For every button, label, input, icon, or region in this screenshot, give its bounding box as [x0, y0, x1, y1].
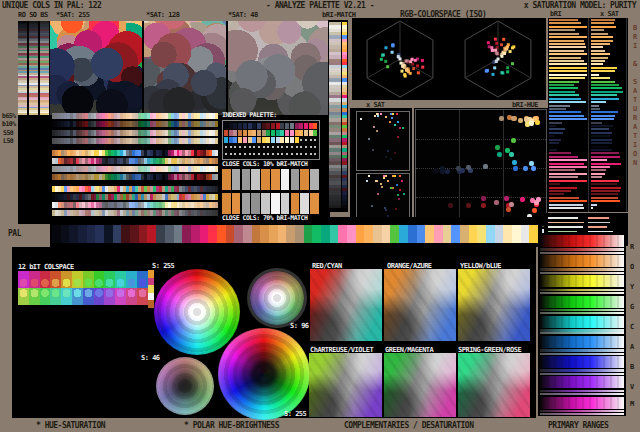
- range-letter-c: C: [630, 323, 634, 331]
- sat-bar: [591, 26, 616, 28]
- xsat-point: [394, 175, 396, 177]
- indexed-palette-empty-cell: [304, 144, 308, 150]
- colspace-cell: [94, 288, 105, 305]
- primary-ranges-caption: PRIMARY RANGES: [548, 421, 608, 430]
- indexed-palette-cell: [248, 137, 252, 143]
- polar-minibar-cell: [148, 270, 154, 278]
- sat-bar: [591, 159, 607, 161]
- indexed-palette-empty-cell: [262, 144, 266, 150]
- iso-cube-point: [500, 55, 503, 58]
- iso-cube-point: [384, 60, 387, 63]
- iso-cube-point: [405, 60, 408, 63]
- iso-cube-point: [500, 43, 503, 46]
- sat-bar: [591, 94, 617, 96]
- comp-label-chartreuse-violet: ChARTREUSE/VIOLET: [310, 346, 373, 354]
- bri-bar: [549, 105, 570, 107]
- indexed-palette-cell: [252, 137, 256, 143]
- close-cols-swatch: [222, 169, 231, 190]
- iso-cube-point: [490, 46, 493, 49]
- indexed-palette-empty-cell: [271, 144, 275, 150]
- indexed-palette-cell: [262, 137, 266, 143]
- close-cols-swatch: [300, 169, 309, 190]
- primary-range-main: [540, 397, 624, 409]
- sat-bar: [591, 190, 620, 192]
- bri-hue-point: [520, 197, 525, 202]
- close-cols-swatch: [271, 169, 280, 190]
- indexed-palette-cell: [276, 130, 280, 136]
- xsat-point: [385, 175, 387, 177]
- indexed-palette-empty-cell: [229, 151, 233, 157]
- indexed-palette-empty-cell: [276, 151, 280, 157]
- bri-bar: [549, 207, 584, 209]
- palette-strip-row: [52, 202, 218, 208]
- sat-bar: [591, 70, 615, 72]
- xsat-point: [371, 205, 373, 207]
- range-letter-g: G: [630, 303, 634, 311]
- bri-bar: [549, 22, 581, 24]
- primary-range-sub: [540, 268, 624, 271]
- strip-label-b65: b65%: [2, 113, 16, 120]
- sorted-column-strip: [29, 21, 38, 115]
- sat-bar: [591, 43, 610, 45]
- colspace-cell: [29, 288, 40, 305]
- palette-strip-row: [52, 186, 218, 192]
- range-letter-r: R: [630, 243, 634, 251]
- stat-line: [548, 226, 583, 228]
- colspace-cell: [126, 288, 137, 305]
- colspace-cell: [137, 288, 148, 305]
- iso-cube-point: [412, 67, 415, 70]
- primary-range-main: [540, 336, 624, 348]
- bri-bar: [549, 190, 571, 192]
- range-letter-v: V: [630, 383, 634, 391]
- indexed-palette-cell: [280, 130, 284, 136]
- bri-bar: [549, 46, 586, 48]
- indexed-palette-cell: [280, 137, 284, 143]
- indexed-palette-cell: [243, 137, 247, 143]
- polar-hue-brightness-circle: [250, 271, 304, 325]
- sat-bar: [591, 193, 618, 195]
- xsat-scatter-label: x SAT: [366, 101, 385, 109]
- bri-hue-point: [529, 121, 534, 126]
- indexed-palette-cell: [233, 137, 237, 143]
- xsat-point: [399, 127, 401, 129]
- bri-bar: [549, 183, 560, 185]
- bri-hue-point: [531, 166, 536, 171]
- indexed-palette-empty-cell: [238, 151, 242, 157]
- primary-range-sub: [540, 329, 624, 332]
- sat-bar: [591, 40, 613, 42]
- xsat-point: [397, 121, 399, 123]
- indexed-palette-cell: [257, 123, 261, 129]
- indexed-palette-empty-cell: [285, 151, 289, 157]
- pal-label: PAL: [8, 229, 21, 238]
- saturation-model-label: x SATURATION MODEL: PURITY: [524, 1, 636, 10]
- primary-range-sub: [540, 332, 624, 334]
- xsat-point: [392, 113, 394, 115]
- bri-bar: [549, 200, 587, 202]
- bri-bar: [549, 193, 564, 195]
- bri-hue-point: [445, 169, 450, 174]
- close-cols-swatch: [251, 193, 260, 214]
- xsat-point: [398, 198, 400, 200]
- sat-bar: [591, 152, 619, 154]
- sat-bar: [591, 115, 615, 117]
- bri-match-gray-strip: [329, 22, 341, 208]
- sat128-panel-label: *SAT: 128: [146, 11, 179, 19]
- palette-strip-row: [52, 121, 218, 127]
- stat-line: [588, 217, 609, 219]
- indexed-palette-empty-cell: [295, 144, 299, 150]
- close-cols-swatch: [271, 193, 280, 214]
- comp-label-spring-green-rose: SPRING-GREEN/ROSE: [458, 346, 521, 354]
- iso-cube-point: [491, 49, 494, 52]
- polar-minibar-cell: [148, 285, 154, 293]
- polar-minibar-cell: [148, 293, 154, 301]
- indexed-palette-empty-cell: [276, 144, 280, 150]
- bri-bar: [549, 91, 575, 93]
- iso-cube-point: [505, 47, 508, 50]
- bri-bar: [549, 146, 553, 148]
- xsat-point: [403, 193, 405, 195]
- bri-bar: [549, 63, 587, 65]
- palette-strip-row: [52, 166, 218, 172]
- iso-cube-point: [399, 58, 402, 61]
- bri-bar: [549, 173, 587, 175]
- colspace-cell: [115, 271, 126, 288]
